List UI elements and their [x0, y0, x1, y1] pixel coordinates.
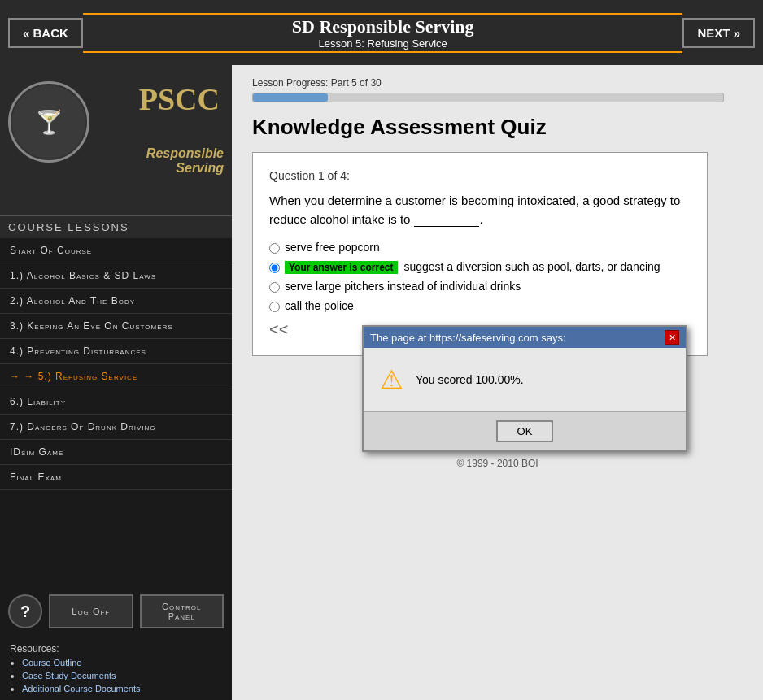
next-button[interactable]: NEXT »: [682, 18, 755, 48]
sidebar-logo: 🍸 PSCC ResponsibleServing: [0, 65, 232, 215]
answer-label: serve large pitchers instead of individu…: [285, 280, 521, 293]
bottom-divider: [83, 51, 683, 53]
answer-label: serve free popcorn: [285, 241, 380, 254]
logo-responsible: ResponsibleServing: [146, 146, 224, 176]
dialog-ok-button[interactable]: OK: [496, 420, 554, 442]
answer-radio[interactable]: [269, 282, 280, 293]
answer-option: serve large pitchers instead of individu…: [269, 280, 691, 293]
top-divider: [83, 13, 683, 15]
dialog-title: The page at https://safeserving.com says…: [370, 332, 566, 344]
sidebar-nav-item[interactable]: → 5.) Refusing Service: [0, 364, 232, 389]
sidebar-nav-item[interactable]: 3.) Keeping An Eye On Customers: [0, 314, 232, 339]
sidebar-nav-item[interactable]: 7.) Dangers Of Drunk Driving: [0, 415, 232, 440]
sidebar-bottom: ? Log Off ControlPanel Resources: Course…: [0, 586, 232, 700]
dialog-body: ⚠ You scored 100.00%.: [364, 348, 686, 411]
answers-container: serve free popcornYour answer is correct…: [269, 241, 691, 312]
back-button[interactable]: « BACK: [8, 18, 83, 48]
dialog-box: The page at https://safeserving.com says…: [362, 325, 687, 452]
sidebar: 🍸 PSCC ResponsibleServing Course Lessons…: [0, 65, 232, 700]
sidebar-nav-item[interactable]: 1.) Alcohol Basics & SD Laws: [0, 263, 232, 289]
help-button[interactable]: ?: [8, 594, 42, 628]
answer-option: serve free popcorn: [269, 241, 691, 254]
dialog-titlebar: The page at https://safeserving.com says…: [364, 327, 686, 348]
dialog-close-button[interactable]: ✕: [665, 330, 679, 345]
logo-icon: 🍸: [12, 85, 85, 159]
main-content: Lesson Progress: Part 5 of 30 Knowledge …: [232, 65, 763, 700]
progress-bar-bg: [252, 93, 724, 102]
sidebar-nav-item[interactable]: Final Exam: [0, 465, 232, 490]
dialog-message: You scored 100.00%.: [416, 373, 524, 386]
course-lessons-header: Course Lessons: [0, 215, 232, 238]
logoff-button[interactable]: Log Off: [49, 594, 133, 628]
logo-pscc: PSCC: [139, 81, 220, 117]
answer-radio[interactable]: [269, 302, 280, 312]
top-title-area: SD Responsible Serving Lesson 5: Refusin…: [83, 11, 683, 54]
question-number: Question 1 of 4:: [269, 169, 691, 182]
question-text: When you determine a customer is becomin…: [269, 192, 691, 228]
nav-items-container: Start Of Course1.) Alcohol Basics & SD L…: [0, 238, 232, 490]
progress-bar-fill: [253, 93, 328, 102]
resources-links: Course OutlineCase Study DocumentsAdditi…: [10, 657, 222, 693]
bottom-buttons: ? Log Off ControlPanel: [0, 586, 232, 637]
answer-option: call the police: [269, 299, 691, 312]
resource-link[interactable]: Additional Course Documents: [22, 684, 222, 693]
sidebar-nav-item[interactable]: Start Of Course: [0, 238, 232, 263]
blank: [414, 212, 480, 227]
resource-link[interactable]: Course Outline: [22, 658, 222, 667]
lesson-subtitle: Lesson 5: Refusing Service: [83, 37, 683, 50]
logo-circle: 🍸: [8, 81, 89, 163]
course-title: SD Responsible Serving: [83, 16, 683, 37]
answer-label: Your answer is correct suggest a diversi…: [285, 260, 661, 273]
dialog-footer: OK: [364, 411, 686, 450]
resources-label: Resources:: [10, 643, 222, 654]
content-area: 🍸 PSCC ResponsibleServing Course Lessons…: [0, 65, 763, 700]
sidebar-nav-item[interactable]: 6.) Liability: [0, 389, 232, 415]
copyright: © 1999 - 2010 BOI: [252, 458, 743, 469]
resource-link[interactable]: Case Study Documents: [22, 671, 222, 680]
answer-radio[interactable]: [269, 263, 280, 273]
answer-option: Your answer is correct suggest a diversi…: [269, 260, 691, 273]
sidebar-nav-item[interactable]: 2.) Alcohol And The Body: [0, 289, 232, 314]
control-panel-button[interactable]: ControlPanel: [140, 594, 225, 628]
top-bar: « BACK SD Responsible Serving Lesson 5: …: [0, 0, 763, 65]
app-wrapper: « BACK SD Responsible Serving Lesson 5: …: [0, 0, 763, 700]
quiz-title: Knowledge Assessment Quiz: [252, 115, 743, 140]
correct-badge: Your answer is correct: [285, 261, 398, 274]
resources-section: Resources: Course OutlineCase Study Docu…: [0, 637, 232, 700]
sidebar-nav-item[interactable]: 4.) Preventing Disturbances: [0, 339, 232, 364]
answer-label: call the police: [285, 299, 354, 312]
warning-icon: ⚠: [380, 364, 403, 395]
sidebar-nav-item[interactable]: IDsim Game: [0, 440, 232, 465]
progress-label: Lesson Progress: Part 5 of 30: [252, 77, 743, 89]
answer-radio[interactable]: [269, 243, 280, 254]
